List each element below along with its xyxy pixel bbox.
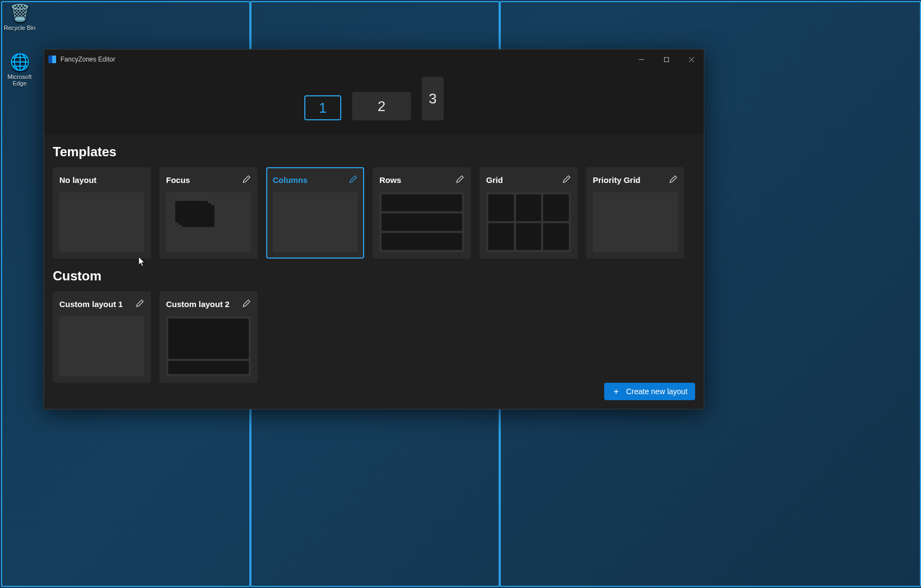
content-area: Templates No layout Focus xyxy=(44,134,704,409)
layout-card-focus[interactable]: Focus xyxy=(159,167,257,259)
layout-preview-rows xyxy=(379,192,464,252)
layout-preview-no-layout xyxy=(59,192,144,252)
custom-grid: Custom layout 1 Custom layout 2 xyxy=(53,291,695,383)
create-new-layout-button[interactable]: ＋ Create new layout xyxy=(604,383,695,400)
edit-icon[interactable] xyxy=(456,175,464,185)
layout-card-title: Columns xyxy=(273,175,308,185)
layout-card-grid[interactable]: Grid xyxy=(480,167,578,259)
desktop: 🗑️ Recycle Bin 🌐 Microsoft Edge FancyZon… xyxy=(0,0,921,588)
create-button-label: Create new layout xyxy=(626,387,687,396)
layout-card-title: No layout xyxy=(59,175,96,185)
monitor-selector: 1 2 3 xyxy=(44,69,704,134)
plus-icon: ＋ xyxy=(612,387,621,396)
edit-icon[interactable] xyxy=(243,175,251,185)
layout-card-title: Custom layout 1 xyxy=(59,299,123,309)
edit-icon[interactable] xyxy=(670,175,678,185)
window-controls xyxy=(629,50,704,69)
layout-preview-columns xyxy=(273,192,358,252)
window-title: FancyZones Editor xyxy=(60,56,115,63)
layout-preview-focus xyxy=(166,192,251,252)
layout-card-columns[interactable]: Columns xyxy=(266,167,364,259)
layout-preview-custom-1 xyxy=(59,316,144,376)
layout-card-priority-grid[interactable]: Priority Grid xyxy=(586,167,684,259)
monitor-tab-3[interactable]: 3 xyxy=(422,77,444,120)
recycle-bin-icon: 🗑️ xyxy=(0,3,39,22)
desktop-icon-microsoft-edge[interactable]: 🌐 Microsoft Edge xyxy=(0,52,39,87)
custom-heading: Custom xyxy=(53,268,695,284)
layout-card-title: Priority Grid xyxy=(593,175,641,185)
layout-card-title: Focus xyxy=(166,175,190,185)
layout-card-title: Grid xyxy=(486,175,503,185)
layout-card-custom-2[interactable]: Custom layout 2 xyxy=(159,291,257,383)
maximize-button[interactable] xyxy=(654,50,679,69)
layout-card-no-layout[interactable]: No layout xyxy=(53,167,151,259)
svg-rect-1 xyxy=(664,57,668,62)
layout-card-rows[interactable]: Rows xyxy=(373,167,471,259)
edit-icon[interactable] xyxy=(563,175,571,185)
templates-grid: No layout Focus xyxy=(53,167,695,259)
monitor-tab-label: 1 xyxy=(319,100,327,117)
desktop-icon-recycle-bin[interactable]: 🗑️ Recycle Bin xyxy=(0,3,39,31)
desktop-icon-label: Microsoft Edge xyxy=(8,74,32,87)
close-button[interactable] xyxy=(679,50,704,69)
desktop-icon-label: Recycle Bin xyxy=(4,24,35,31)
templates-heading: Templates xyxy=(53,144,695,160)
monitor-tab-2[interactable]: 2 xyxy=(352,92,411,120)
minimize-button[interactable] xyxy=(629,50,654,69)
edit-icon[interactable] xyxy=(136,299,144,309)
edit-icon[interactable] xyxy=(243,299,251,309)
fancyzones-app-icon xyxy=(48,56,56,63)
monitor-tab-label: 2 xyxy=(378,98,385,115)
layout-preview-custom-2 xyxy=(166,316,251,376)
layout-card-title: Custom layout 2 xyxy=(166,299,230,309)
edit-icon[interactable] xyxy=(349,175,358,185)
titlebar[interactable]: FancyZones Editor xyxy=(44,50,704,69)
edge-icon: 🌐 xyxy=(0,52,39,71)
monitor-tab-label: 3 xyxy=(429,90,437,107)
layout-preview-grid xyxy=(486,192,571,252)
layout-card-custom-1[interactable]: Custom layout 1 xyxy=(53,291,151,383)
layout-preview-priority-grid xyxy=(593,192,678,252)
monitor-tab-1[interactable]: 1 xyxy=(304,95,341,120)
fancyzones-editor-window: FancyZones Editor 1 2 3 xyxy=(44,49,704,409)
layout-card-title: Rows xyxy=(379,175,401,185)
